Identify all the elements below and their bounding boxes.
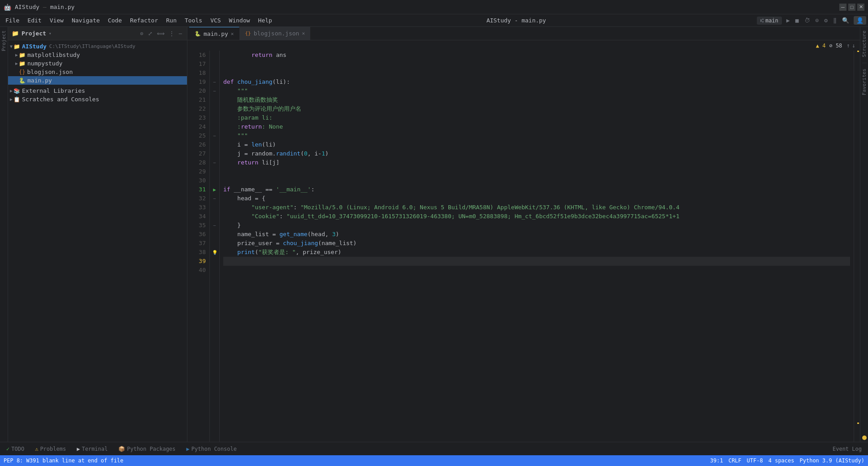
warning-icon-38[interactable]: 💡 bbox=[212, 250, 217, 255]
account-button[interactable]: 👤 bbox=[854, 16, 866, 25]
fold-icon-35[interactable]: – bbox=[213, 223, 216, 228]
menu-file[interactable]: File bbox=[2, 16, 23, 25]
tab-label-blogjson: blogjson.json bbox=[254, 30, 299, 37]
python-file-icon: 🐍 bbox=[19, 78, 26, 84]
tree-item-mainpy[interactable]: ▶ 🐍 main.py bbox=[8, 76, 187, 85]
code-line-22: 参数为评论用户的用户名 bbox=[223, 104, 850, 113]
code-line-31: if __name__ == '__main__': bbox=[223, 185, 850, 194]
favorites-tab[interactable]: Favorites bbox=[860, 65, 868, 99]
code-line-35: } bbox=[223, 221, 850, 230]
warning-count: ▲ 4 bbox=[816, 43, 826, 49]
run-icon-31[interactable]: ▶ bbox=[213, 187, 216, 193]
profile-button[interactable]: ⏱ bbox=[803, 16, 811, 25]
python-version[interactable]: Python 3.9 (AIStudy) bbox=[800, 457, 865, 464]
nav-down-btn[interactable]: ↓ bbox=[851, 41, 856, 50]
line-ending[interactable]: CRLF bbox=[729, 457, 742, 464]
run-button[interactable]: ▶ bbox=[786, 16, 791, 25]
maximize-button[interactable]: □ bbox=[848, 4, 855, 11]
tab-python-packages[interactable]: 📦 Python Packages bbox=[114, 444, 180, 453]
menu-run[interactable]: Run bbox=[163, 16, 180, 25]
fold-icon-32[interactable]: – bbox=[213, 196, 216, 201]
charset[interactable]: UTF-8 bbox=[747, 457, 763, 464]
code-line-16: return ans bbox=[223, 51, 850, 60]
code-line-21: 随机数函数抽奖 bbox=[223, 95, 850, 104]
code-line-32: head = { bbox=[223, 194, 850, 203]
pause-button[interactable]: ‖ bbox=[832, 16, 838, 25]
nav-up-btn[interactable]: ↑ bbox=[846, 41, 851, 50]
project-tab[interactable]: Project bbox=[0, 27, 8, 55]
tree-item-scratches[interactable]: ▶ 📋 Scratches and Consoles bbox=[8, 95, 187, 104]
scratch-icon: 📋 bbox=[13, 96, 20, 103]
menu-edit[interactable]: Edit bbox=[24, 16, 45, 25]
menu-code[interactable]: Code bbox=[104, 16, 126, 25]
minimap-warning-1 bbox=[857, 51, 859, 52]
tree-root-item[interactable]: ▼ 📁 AIStudy C:\ITStudy\ITlanguage\AIStud… bbox=[8, 42, 187, 51]
cursor-position[interactable]: 39:1 bbox=[710, 457, 723, 464]
minimize-button[interactable]: ─ bbox=[839, 4, 846, 11]
code-line-29 bbox=[223, 167, 850, 176]
tab-problems[interactable]: ⚠ Problems bbox=[30, 444, 70, 453]
scope-btn[interactable]: ⊙ bbox=[139, 30, 145, 37]
far-left-panel: Project bbox=[0, 27, 8, 442]
problems-icon: ⚠ bbox=[35, 446, 38, 452]
folder-icon-numpy: 📁 bbox=[19, 60, 26, 67]
folder-icon-matplot: 📁 bbox=[19, 52, 26, 58]
title-bar-left: 🤖 AIStudy – main.py bbox=[4, 4, 74, 11]
menu-refactor[interactable]: Refactor bbox=[126, 16, 162, 25]
tree-item-matplotlibstudy[interactable]: ▶ 📁 matplotlibstudy bbox=[8, 51, 187, 59]
fold-icon-19[interactable]: – bbox=[213, 80, 216, 84]
menu-help[interactable]: Help bbox=[255, 16, 276, 25]
tree-item-blogjson[interactable]: ▶ {} blogjson.json bbox=[8, 68, 187, 76]
code-container: 16 17 18 19 20 21 22 23 24 25 26 27 28 2… bbox=[187, 51, 860, 442]
folder-icon: 📁 bbox=[12, 30, 19, 37]
menu-view[interactable]: View bbox=[46, 16, 67, 25]
root-path: C:\ITStudy\ITlanguage\AIStudy bbox=[49, 43, 135, 49]
structure-tab[interactable]: Structure bbox=[860, 27, 868, 61]
menu-tools[interactable]: Tools bbox=[181, 16, 206, 25]
project-dropdown-icon[interactable]: ▾ bbox=[49, 31, 52, 36]
vcs-branch-button[interactable]: ⑆ main bbox=[757, 17, 782, 25]
fold-icon-28[interactable]: – bbox=[213, 160, 216, 165]
fold-icon-20[interactable]: – bbox=[213, 89, 216, 93]
tab-blogjson[interactable]: {} blogjson.json ✕ bbox=[239, 27, 311, 40]
project-header-left: 📁 Project ▾ bbox=[12, 30, 52, 37]
code-line-30 bbox=[223, 176, 850, 185]
menu-vcs[interactable]: VCS bbox=[207, 16, 224, 25]
menu-window[interactable]: Window bbox=[226, 16, 254, 25]
error-count: ⊘ 58 bbox=[829, 43, 842, 49]
code-line-24: :return: None bbox=[223, 122, 850, 131]
window-controls: ─ □ ✕ bbox=[839, 4, 864, 11]
tab-event-log[interactable]: Event Log bbox=[828, 444, 866, 453]
expand-all-btn[interactable]: ⟺ bbox=[156, 30, 166, 37]
stop-button[interactable]: ■ bbox=[794, 16, 800, 25]
tab-python-console[interactable]: ▶ Python Console bbox=[182, 444, 241, 453]
warning-bar: ▲ 4 ⊘ 58 ↑ ↓ bbox=[187, 40, 860, 51]
tab-terminal[interactable]: ▶ Terminal bbox=[72, 444, 112, 453]
json-file-icon: {} bbox=[19, 69, 25, 75]
gear-icon[interactable]: ⋮ bbox=[168, 30, 176, 37]
code-line-36: name_list = get_name(head, 3) bbox=[223, 230, 850, 239]
tab-close-blogjson[interactable]: ✕ bbox=[302, 30, 305, 36]
expand-btn[interactable]: ⤢ bbox=[147, 30, 154, 37]
todo-label: TODO bbox=[11, 446, 24, 452]
code-editor[interactable]: return ans def chou_jiang(li): """ 随机数函数… bbox=[220, 51, 854, 442]
settings-button[interactable]: ⚙ bbox=[823, 16, 829, 25]
notification-dot bbox=[862, 436, 867, 440]
menu-navigate[interactable]: Navigate bbox=[68, 16, 104, 25]
tree-item-external[interactable]: ▶ 📚 External Libraries bbox=[8, 86, 187, 95]
tab-todo[interactable]: ✓ TODO bbox=[2, 444, 29, 453]
minimize-panel-btn[interactable]: — bbox=[178, 30, 183, 37]
app-title-center: AIStudy - main.py bbox=[486, 17, 546, 24]
code-line-20: """ bbox=[223, 86, 850, 95]
close-button[interactable]: ✕ bbox=[857, 4, 864, 11]
tree-item-numpystudy[interactable]: ▶ 📁 numpystudy bbox=[8, 59, 187, 68]
tab-close-mainpy[interactable]: ✕ bbox=[231, 31, 234, 37]
fold-icon-25[interactable]: – bbox=[213, 134, 216, 138]
indent[interactable]: 4 spaces bbox=[768, 457, 794, 464]
coverage-button[interactable]: ⊙ bbox=[815, 16, 820, 25]
pep8-message[interactable]: PEP 8: W391 blank line at end of file bbox=[4, 457, 123, 464]
tab-label-mainpy: main.py bbox=[204, 30, 228, 37]
tab-mainpy[interactable]: 🐍 main.py ✕ bbox=[189, 27, 239, 40]
status-bar: PEP 8: W391 blank line at end of file 39… bbox=[0, 455, 868, 466]
search-button[interactable]: 🔍 bbox=[841, 16, 850, 25]
